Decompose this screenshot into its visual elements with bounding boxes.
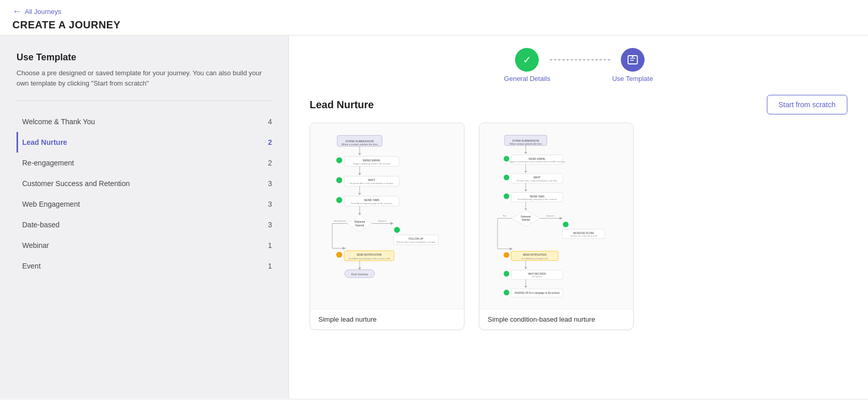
step-general: ✓ General Details [504,48,551,82]
category-count: 3 [268,221,272,229]
category-item-reengagement[interactable]: Re-engagement2 [17,153,272,173]
svg-marker-14 [358,173,361,175]
svg-marker-72 [524,208,527,210]
svg-point-38 [394,227,400,233]
svg-text:Trigger to existing and new co: Trigger to existing and new contacts whe… [509,160,565,163]
svg-point-3 [632,56,633,58]
category-count: 2 [268,138,272,146]
category-count: 3 [268,200,272,208]
svg-text:Opened: Opened [355,224,364,227]
sidebar-heading: Use Template [17,52,272,63]
svg-text:Send Marketing campaign to B2: Send Marketing campaign to B2 [521,258,548,260]
sidebar-desc: Choose a pre designed or saved template … [17,68,272,88]
svg-point-88 [504,252,509,258]
back-link[interactable]: ← All Journeys [12,6,856,17]
right-panel: ✓ General Details Use Template [289,36,868,398]
content-header: Lead Nurture Start from scratch [289,91,868,123]
svg-point-9 [336,157,343,163]
svg-text:SEND EMAIL: SEND EMAIL [363,159,381,162]
svg-text:Respond after 1 day immediatel: Respond after 1 day immediately or all d… [350,182,393,185]
svg-marker-20 [358,193,361,195]
svg-marker-78 [559,217,562,220]
svg-text:SEND NOTIFICATION: SEND NOTIFICATION [523,254,546,256]
top-bar: ← All Journeys CREATE A JOURNEY [0,0,868,36]
cards-grid: FORM SUBMISSION When a contact submits t… [289,123,868,351]
sidebar-divider [17,101,272,101]
category-item-date[interactable]: Date-based3 [17,214,272,235]
svg-marker-66 [524,190,527,192]
svg-text:FOLLOW UP: FOLLOW UP [409,238,423,240]
back-arrow-icon: ← [12,6,22,17]
category-count: 1 [268,241,272,249]
section-title: Lead Nurture [310,99,374,111]
svg-marker-47 [358,268,361,270]
card-label-simple: Simple lead nurture [310,309,464,329]
svg-text:Trigger marketing email to all: Trigger marketing email to all contacts [353,162,391,165]
page-title: CREATE A JOURNEY [12,19,856,31]
card-preview-simple: FORM SUBMISSION When a contact submits t… [310,123,464,309]
step-template: Use Template [612,48,653,82]
card-preview-condition: FORM SUBMISSION When contact submits the… [479,123,633,309]
step-template-icon [621,48,645,72]
step-connector [550,59,612,60]
category-label: Lead Nurture [22,138,67,146]
back-label: All Journeys [25,8,61,15]
category-label: Web Engagement [22,200,80,208]
svg-text:When contact submits the form: When contact submits the form [509,143,542,145]
svg-text:Not Opened: Not Opened [532,276,542,278]
svg-point-67 [504,193,509,199]
svg-text:Opened: Opened [546,214,554,217]
category-label: Event [22,262,41,270]
category-count: 3 [268,179,272,188]
svg-text:Opened: Opened [378,220,387,222]
step-general-icon: ✓ [515,48,539,72]
category-item-web[interactable]: Web Engagement3 [17,194,272,214]
svg-text:Send Marketing campaign to the: Send Marketing campaign to the contacts [351,202,392,205]
category-list: Welcome & Thank You4Lead Nurture2Re-enga… [17,111,272,276]
svg-point-94 [504,271,509,277]
category-label: Re-engagement [22,159,74,167]
svg-marker-8 [358,153,361,155]
svg-text:Delivered: Delivered [521,215,531,218]
svg-point-42 [336,252,343,258]
svg-text:FORM SUBMISSION: FORM SUBMISSION [512,139,539,142]
step-general-label: General Details [504,75,551,82]
svg-point-15 [336,177,343,184]
svg-text:Delivered: Delivered [355,221,365,223]
category-item-customer[interactable]: Customer Success and Retention3 [17,173,272,194]
svg-marker-99 [524,286,527,288]
svg-point-55 [504,156,509,161]
svg-point-100 [504,290,509,295]
svg-text:SEND SMS: SEND SMS [364,198,379,202]
svg-text:SEND SMS: SEND SMS [529,195,544,198]
main-layout: Use Template Choose a pre designed or sa… [0,36,868,398]
svg-text:Send Marketing campaign to the: Send Marketing campaign to the contacts … [348,258,390,260]
category-count: 2 [268,159,272,167]
category-label: Customer Success and Retention [22,179,130,188]
card-label-condition: Simple condition-based lead nurture [479,309,633,329]
category-item-webinar[interactable]: Webinar1 [17,235,272,256]
category-item-lead[interactable]: Lead Nurture2 [17,132,272,153]
svg-marker-26 [358,213,361,215]
svg-point-21 [336,197,343,203]
category-item-event[interactable]: Event1 [17,256,272,276]
svg-marker-60 [524,171,527,173]
svg-text:WAIT: WAIT [534,176,541,179]
svg-point-61 [504,175,509,180]
category-item-welcome[interactable]: Welcome & Thank You4 [17,111,272,132]
stepper: ✓ General Details Use Template [289,36,868,91]
category-count: 1 [268,262,272,270]
svg-text:Proceed after 1 day immediatel: Proceed after 1 day immediately or all d… [517,179,557,182]
svg-text:SEND NOTIFICATION: SEND NOTIFICATION [357,254,382,256]
svg-text:WAIT DECISION: WAIT DECISION [528,273,545,275]
svg-marker-32 [391,222,394,225]
category-count: 4 [268,118,272,126]
svg-text:Not: Not [503,214,507,217]
template-card-simple[interactable]: FORM SUBMISSION When a contact submits t… [310,123,464,330]
template-card-condition[interactable]: FORM SUBMISSION When contact submits the… [479,123,634,330]
svg-text:Proceed after 3 days immediate: Proceed after 3 days immediately or all … [396,241,436,243]
svg-marker-27 [347,215,372,232]
start-from-scratch-button[interactable]: Start from scratch [767,95,847,114]
svg-text:INCREASE SCORE: INCREASE SCORE [573,232,594,235]
category-label: Webinar [22,241,49,249]
